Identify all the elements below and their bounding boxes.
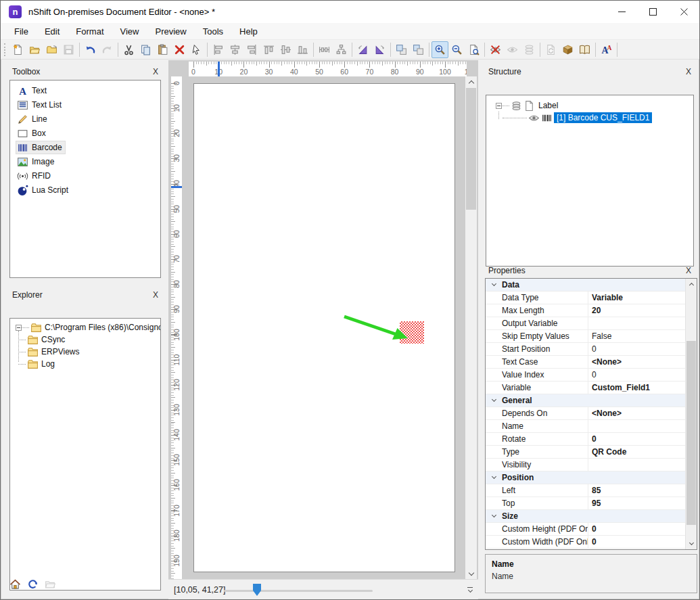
toolbar-grip[interactable] — [4, 43, 7, 56]
zoom-slider-thumb[interactable] — [253, 584, 261, 596]
property-row-custom-width-pdf-only[interactable]: Custom Width (PDF Only)0 — [486, 536, 685, 549]
bring-to-front-button[interactable] — [393, 41, 410, 58]
close-button[interactable] — [668, 1, 699, 23]
zoom-in-button[interactable] — [431, 41, 448, 58]
properties-close-button[interactable]: X — [686, 266, 691, 275]
import-folder-button[interactable] — [43, 41, 60, 58]
property-row-variable[interactable]: VariableCustom_Field1 — [486, 382, 685, 394]
property-value[interactable] — [588, 317, 685, 329]
property-value[interactable]: 20 — [588, 304, 685, 317]
property-value[interactable]: <None> — [588, 356, 685, 368]
qr-barcode-object[interactable] — [400, 321, 424, 344]
property-row-text-case[interactable]: Text Case<None> — [486, 356, 685, 369]
toolbox-item-line[interactable]: Line — [10, 112, 160, 126]
distribute-vertical-button[interactable] — [333, 41, 350, 58]
property-value[interactable]: 0 — [588, 343, 685, 355]
property-section-general[interactable]: General — [486, 394, 685, 407]
toolbox-item-barcode[interactable]: Barcode — [10, 140, 160, 154]
menu-preview[interactable]: Preview — [147, 24, 194, 39]
scroll-down-icon[interactable] — [686, 538, 697, 549]
property-value[interactable]: 85 — [588, 484, 685, 497]
property-value[interactable]: 95 — [588, 497, 685, 509]
property-row-visibility[interactable]: Visibility — [486, 459, 685, 471]
rotate-left-button[interactable] — [354, 41, 371, 58]
align-bottom-button[interactable] — [294, 41, 311, 58]
align-middle-button[interactable] — [277, 41, 294, 58]
toolbox-item-box[interactable]: Box — [10, 126, 160, 140]
property-value[interactable]: False — [588, 330, 685, 342]
maximize-button[interactable] — [637, 1, 668, 23]
property-section-size[interactable]: Size — [486, 510, 685, 523]
menu-help[interactable]: Help — [231, 24, 266, 39]
property-value[interactable] — [588, 420, 685, 432]
redo-button[interactable] — [99, 41, 116, 58]
property-row-top[interactable]: Top95 — [486, 497, 685, 510]
minimize-button[interactable] — [606, 1, 637, 23]
property-section-position[interactable]: Position — [486, 471, 685, 484]
scrollbar-thumb[interactable] — [466, 88, 476, 210]
structure-barcode-node[interactable]: [1] Barcode CUS_FIELD1 — [486, 112, 693, 124]
refresh-button[interactable] — [27, 578, 39, 590]
undo-button[interactable] — [82, 41, 99, 58]
cut-button[interactable] — [120, 41, 137, 58]
property-row-data-type[interactable]: Data TypeVariable — [486, 292, 685, 304]
property-row-rotate[interactable]: Rotate0 — [486, 433, 685, 446]
menu-tools[interactable]: Tools — [195, 24, 231, 39]
explorer-node-erpviews[interactable]: ERPViews — [10, 346, 160, 358]
toolbox-item-text-list[interactable]: Text List — [10, 97, 160, 112]
explorer-node-log[interactable]: Log — [10, 358, 160, 370]
property-value[interactable] — [588, 459, 685, 471]
align-right-button[interactable] — [243, 41, 260, 58]
property-row-output-variable[interactable]: Output Variable — [486, 317, 685, 330]
menu-edit[interactable]: Edit — [37, 24, 68, 39]
show-object-button[interactable] — [504, 41, 521, 58]
open-library-button[interactable] — [576, 41, 593, 58]
zoom-out-button[interactable] — [448, 41, 465, 58]
toolbox-item-rfid[interactable]: RFID — [10, 168, 160, 183]
canvas-vertical-scrollbar[interactable] — [465, 76, 477, 579]
property-value[interactable]: Custom_Field1 — [588, 382, 685, 394]
scroll-up-icon[interactable] — [465, 76, 477, 87]
property-value[interactable]: <None> — [588, 407, 685, 419]
package-button[interactable] — [559, 41, 576, 58]
property-row-name[interactable]: Name — [486, 420, 685, 433]
collapse-icon[interactable] — [16, 325, 22, 331]
save-button[interactable] — [60, 41, 77, 58]
property-value[interactable]: 0 — [588, 369, 685, 381]
property-row-max-length[interactable]: Max Length20 — [486, 304, 685, 317]
property-row-left[interactable]: Left85 — [486, 484, 685, 497]
delete-button[interactable] — [171, 41, 188, 58]
design-viewport[interactable] — [182, 76, 465, 579]
toolbox-item-lua-script[interactable]: Lua Script — [10, 183, 160, 197]
property-value[interactable]: 0 — [588, 536, 685, 548]
property-value[interactable]: Variable — [588, 292, 685, 304]
toolbox-close-button[interactable]: X — [153, 67, 158, 76]
property-row-custom-height-pdf-only[interactable]: Custom Height (PDF Only)0 — [486, 523, 685, 536]
scroll-down-icon[interactable] — [465, 568, 477, 579]
send-to-back-button[interactable] — [410, 41, 427, 58]
rotate-right-button[interactable] — [371, 41, 388, 58]
home-button[interactable] — [9, 578, 21, 590]
explorer-close-button[interactable]: X — [153, 290, 158, 300]
explorer-node-csync[interactable]: CSync — [10, 333, 160, 346]
align-center-button[interactable] — [227, 41, 243, 58]
distribute-horizontal-button[interactable] — [316, 41, 333, 58]
status-options-button[interactable] — [465, 583, 475, 598]
properties-scrollbar[interactable] — [685, 279, 697, 549]
property-value[interactable]: 0 — [588, 523, 685, 535]
scroll-up-icon[interactable] — [686, 279, 697, 290]
collapse-icon[interactable] — [496, 103, 502, 109]
property-section-data[interactable]: Data — [486, 279, 685, 292]
hide-object-button[interactable] — [487, 41, 504, 58]
new-document-button[interactable] — [9, 41, 26, 58]
open-folder-button[interactable] — [26, 41, 43, 58]
scrollbar-thumb[interactable] — [686, 341, 696, 525]
menu-file[interactable]: File — [6, 24, 37, 39]
select-pointer-button[interactable] — [188, 41, 205, 58]
property-row-value-index[interactable]: Value Index0 — [486, 369, 685, 382]
open-folder-button[interactable] — [45, 578, 56, 590]
toolbox-item-text[interactable]: AText — [10, 83, 160, 97]
align-top-button[interactable] — [260, 41, 277, 58]
paste-button[interactable] — [154, 41, 171, 58]
property-row-depends-on[interactable]: Depends On<None> — [486, 407, 685, 420]
